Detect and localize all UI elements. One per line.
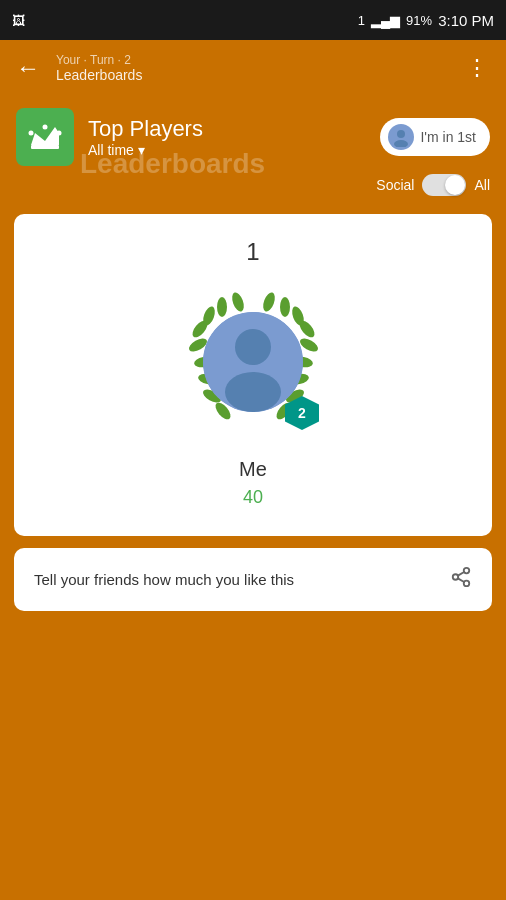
share-icon (450, 566, 472, 593)
signal-bars: ▂▄▆ (371, 13, 400, 28)
rank-person-icon (391, 127, 411, 147)
header-section: Top Players All time ▾ I'm in 1st Social… (0, 96, 506, 206)
svg-point-11 (217, 297, 227, 317)
svg-point-20 (280, 297, 290, 317)
svg-point-21 (260, 290, 276, 312)
nav-left: ← Your · Turn · 2 Leaderboards (16, 53, 142, 83)
player-name: Me (239, 458, 267, 481)
status-bar: 🖼 1 ▂▄▆ 91% 3:10 PM (0, 0, 506, 40)
player-score: 40 (243, 487, 263, 508)
person-silhouette-icon (203, 312, 303, 412)
status-bar-left: 🖼 (12, 0, 25, 40)
title-area: Top Players All time ▾ (88, 116, 203, 158)
svg-point-26 (235, 329, 271, 365)
svg-point-4 (57, 131, 62, 136)
svg-line-32 (458, 572, 464, 576)
svg-point-3 (43, 125, 48, 130)
leaderboard-card: 1 (14, 214, 492, 536)
more-button[interactable]: ⋮ (466, 55, 490, 81)
share-card[interactable]: Tell your friends how much you like this (14, 548, 492, 611)
svg-point-6 (394, 140, 408, 147)
status-time: 3:10 PM (438, 12, 494, 29)
rank-badge-text: I'm in 1st (420, 129, 476, 145)
header-row: Top Players All time ▾ I'm in 1st (16, 108, 490, 166)
header-left: Top Players All time ▾ (16, 108, 203, 166)
dropdown-arrow-icon: ▾ (138, 142, 145, 158)
nav-title-area: Your · Turn · 2 Leaderboards (56, 53, 142, 83)
sim-icon: 1 (358, 13, 365, 28)
nav-title: Leaderboards (56, 67, 142, 83)
battery-percent: 91% (406, 13, 432, 28)
screen-icon: 🖼 (12, 13, 25, 28)
toggle-all-label: All (474, 177, 490, 193)
rank-badge-avatar (388, 124, 414, 150)
toggle-social-label: Social (376, 177, 414, 193)
all-time-label: All time (88, 142, 134, 158)
toggle-row: Social All (16, 174, 490, 196)
share-text: Tell your friends how much you like this (34, 571, 294, 588)
svg-point-12 (229, 290, 245, 312)
player-rank: 1 (246, 238, 259, 266)
crown-icon (27, 119, 63, 155)
all-time-filter[interactable]: All time ▾ (88, 142, 203, 158)
svg-line-31 (458, 578, 464, 582)
crown-icon-box (16, 108, 74, 166)
svg-point-2 (29, 131, 34, 136)
social-all-toggle[interactable] (422, 174, 466, 196)
back-button[interactable]: ← (16, 56, 40, 80)
nav-subtitle: Your · Turn · 2 (56, 53, 142, 67)
player-avatar (203, 312, 303, 412)
top-players-title: Top Players (88, 116, 203, 142)
svg-point-27 (225, 372, 281, 412)
rank-badge[interactable]: I'm in 1st (380, 118, 490, 156)
top-nav: ← Your · Turn · 2 Leaderboards ⋮ (0, 40, 506, 96)
svg-point-5 (397, 130, 405, 138)
avatar-container: 2 (173, 282, 333, 442)
svg-rect-1 (31, 145, 59, 149)
